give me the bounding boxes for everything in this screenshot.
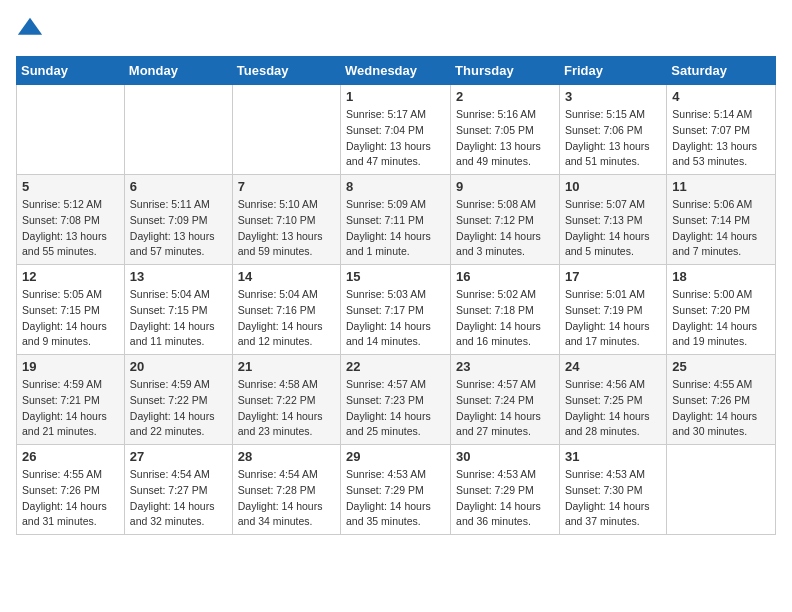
day-number: 8	[346, 179, 445, 194]
day-number: 23	[456, 359, 554, 374]
calendar-cell	[124, 85, 232, 175]
calendar-cell	[17, 85, 125, 175]
day-header-saturday: Saturday	[667, 57, 776, 85]
day-info: Sunrise: 5:12 AMSunset: 7:08 PMDaylight:…	[22, 197, 119, 260]
day-number: 30	[456, 449, 554, 464]
day-number: 3	[565, 89, 661, 104]
calendar-cell: 13 Sunrise: 5:04 AMSunset: 7:15 PMDaylig…	[124, 265, 232, 355]
day-number: 4	[672, 89, 770, 104]
day-info: Sunrise: 5:15 AMSunset: 7:06 PMDaylight:…	[565, 107, 661, 170]
day-info: Sunrise: 4:57 AMSunset: 7:23 PMDaylight:…	[346, 377, 445, 440]
calendar-cell: 31 Sunrise: 4:53 AMSunset: 7:30 PMDaylig…	[559, 445, 666, 535]
calendar-cell: 2 Sunrise: 5:16 AMSunset: 7:05 PMDayligh…	[451, 85, 560, 175]
day-info: Sunrise: 5:06 AMSunset: 7:14 PMDaylight:…	[672, 197, 770, 260]
day-number: 2	[456, 89, 554, 104]
calendar-cell: 29 Sunrise: 4:53 AMSunset: 7:29 PMDaylig…	[341, 445, 451, 535]
day-info: Sunrise: 5:16 AMSunset: 7:05 PMDaylight:…	[456, 107, 554, 170]
calendar-cell: 3 Sunrise: 5:15 AMSunset: 7:06 PMDayligh…	[559, 85, 666, 175]
day-header-tuesday: Tuesday	[232, 57, 340, 85]
day-info: Sunrise: 5:11 AMSunset: 7:09 PMDaylight:…	[130, 197, 227, 260]
svg-marker-0	[18, 18, 42, 35]
day-number: 17	[565, 269, 661, 284]
calendar-cell: 25 Sunrise: 4:55 AMSunset: 7:26 PMDaylig…	[667, 355, 776, 445]
calendar-cell	[232, 85, 340, 175]
day-info: Sunrise: 5:04 AMSunset: 7:15 PMDaylight:…	[130, 287, 227, 350]
day-number: 11	[672, 179, 770, 194]
calendar-cell: 11 Sunrise: 5:06 AMSunset: 7:14 PMDaylig…	[667, 175, 776, 265]
day-info: Sunrise: 5:05 AMSunset: 7:15 PMDaylight:…	[22, 287, 119, 350]
day-info: Sunrise: 5:03 AMSunset: 7:17 PMDaylight:…	[346, 287, 445, 350]
day-number: 16	[456, 269, 554, 284]
day-info: Sunrise: 4:53 AMSunset: 7:29 PMDaylight:…	[346, 467, 445, 530]
day-header-friday: Friday	[559, 57, 666, 85]
day-info: Sunrise: 4:59 AMSunset: 7:21 PMDaylight:…	[22, 377, 119, 440]
day-header-monday: Monday	[124, 57, 232, 85]
calendar-table: SundayMondayTuesdayWednesdayThursdayFrid…	[16, 56, 776, 535]
day-number: 7	[238, 179, 335, 194]
calendar-week-row: 12 Sunrise: 5:05 AMSunset: 7:15 PMDaylig…	[17, 265, 776, 355]
calendar-cell: 24 Sunrise: 4:56 AMSunset: 7:25 PMDaylig…	[559, 355, 666, 445]
day-number: 21	[238, 359, 335, 374]
calendar-cell: 4 Sunrise: 5:14 AMSunset: 7:07 PMDayligh…	[667, 85, 776, 175]
calendar-week-row: 1 Sunrise: 5:17 AMSunset: 7:04 PMDayligh…	[17, 85, 776, 175]
day-number: 9	[456, 179, 554, 194]
day-info: Sunrise: 4:54 AMSunset: 7:28 PMDaylight:…	[238, 467, 335, 530]
calendar-cell: 20 Sunrise: 4:59 AMSunset: 7:22 PMDaylig…	[124, 355, 232, 445]
calendar-cell: 18 Sunrise: 5:00 AMSunset: 7:20 PMDaylig…	[667, 265, 776, 355]
calendar-cell: 27 Sunrise: 4:54 AMSunset: 7:27 PMDaylig…	[124, 445, 232, 535]
day-info: Sunrise: 5:09 AMSunset: 7:11 PMDaylight:…	[346, 197, 445, 260]
day-number: 29	[346, 449, 445, 464]
calendar-cell: 5 Sunrise: 5:12 AMSunset: 7:08 PMDayligh…	[17, 175, 125, 265]
day-info: Sunrise: 5:17 AMSunset: 7:04 PMDaylight:…	[346, 107, 445, 170]
day-number: 18	[672, 269, 770, 284]
calendar-cell: 21 Sunrise: 4:58 AMSunset: 7:22 PMDaylig…	[232, 355, 340, 445]
calendar-cell: 9 Sunrise: 5:08 AMSunset: 7:12 PMDayligh…	[451, 175, 560, 265]
logo	[16, 16, 46, 44]
calendar-cell: 30 Sunrise: 4:53 AMSunset: 7:29 PMDaylig…	[451, 445, 560, 535]
day-info: Sunrise: 5:00 AMSunset: 7:20 PMDaylight:…	[672, 287, 770, 350]
day-info: Sunrise: 5:08 AMSunset: 7:12 PMDaylight:…	[456, 197, 554, 260]
day-info: Sunrise: 4:53 AMSunset: 7:30 PMDaylight:…	[565, 467, 661, 530]
day-number: 26	[22, 449, 119, 464]
day-number: 13	[130, 269, 227, 284]
day-number: 28	[238, 449, 335, 464]
day-number: 24	[565, 359, 661, 374]
day-info: Sunrise: 5:04 AMSunset: 7:16 PMDaylight:…	[238, 287, 335, 350]
day-number: 1	[346, 89, 445, 104]
day-info: Sunrise: 5:01 AMSunset: 7:19 PMDaylight:…	[565, 287, 661, 350]
calendar-cell: 23 Sunrise: 4:57 AMSunset: 7:24 PMDaylig…	[451, 355, 560, 445]
calendar-cell: 8 Sunrise: 5:09 AMSunset: 7:11 PMDayligh…	[341, 175, 451, 265]
calendar-header-row: SundayMondayTuesdayWednesdayThursdayFrid…	[17, 57, 776, 85]
day-number: 5	[22, 179, 119, 194]
calendar-cell: 28 Sunrise: 4:54 AMSunset: 7:28 PMDaylig…	[232, 445, 340, 535]
calendar-cell: 6 Sunrise: 5:11 AMSunset: 7:09 PMDayligh…	[124, 175, 232, 265]
calendar-cell: 22 Sunrise: 4:57 AMSunset: 7:23 PMDaylig…	[341, 355, 451, 445]
day-number: 14	[238, 269, 335, 284]
day-info: Sunrise: 5:10 AMSunset: 7:10 PMDaylight:…	[238, 197, 335, 260]
calendar-cell: 15 Sunrise: 5:03 AMSunset: 7:17 PMDaylig…	[341, 265, 451, 355]
logo-icon	[16, 16, 44, 44]
calendar-cell: 1 Sunrise: 5:17 AMSunset: 7:04 PMDayligh…	[341, 85, 451, 175]
calendar-cell: 26 Sunrise: 4:55 AMSunset: 7:26 PMDaylig…	[17, 445, 125, 535]
day-number: 15	[346, 269, 445, 284]
day-number: 25	[672, 359, 770, 374]
calendar-cell: 10 Sunrise: 5:07 AMSunset: 7:13 PMDaylig…	[559, 175, 666, 265]
day-info: Sunrise: 4:58 AMSunset: 7:22 PMDaylight:…	[238, 377, 335, 440]
day-info: Sunrise: 4:54 AMSunset: 7:27 PMDaylight:…	[130, 467, 227, 530]
calendar-cell	[667, 445, 776, 535]
day-number: 10	[565, 179, 661, 194]
calendar-week-row: 19 Sunrise: 4:59 AMSunset: 7:21 PMDaylig…	[17, 355, 776, 445]
day-info: Sunrise: 4:56 AMSunset: 7:25 PMDaylight:…	[565, 377, 661, 440]
day-number: 20	[130, 359, 227, 374]
day-number: 6	[130, 179, 227, 194]
day-info: Sunrise: 4:57 AMSunset: 7:24 PMDaylight:…	[456, 377, 554, 440]
calendar-cell: 14 Sunrise: 5:04 AMSunset: 7:16 PMDaylig…	[232, 265, 340, 355]
calendar-cell: 16 Sunrise: 5:02 AMSunset: 7:18 PMDaylig…	[451, 265, 560, 355]
day-info: Sunrise: 4:55 AMSunset: 7:26 PMDaylight:…	[672, 377, 770, 440]
day-info: Sunrise: 4:53 AMSunset: 7:29 PMDaylight:…	[456, 467, 554, 530]
calendar-week-row: 5 Sunrise: 5:12 AMSunset: 7:08 PMDayligh…	[17, 175, 776, 265]
day-number: 31	[565, 449, 661, 464]
day-info: Sunrise: 5:02 AMSunset: 7:18 PMDaylight:…	[456, 287, 554, 350]
day-header-sunday: Sunday	[17, 57, 125, 85]
calendar-week-row: 26 Sunrise: 4:55 AMSunset: 7:26 PMDaylig…	[17, 445, 776, 535]
